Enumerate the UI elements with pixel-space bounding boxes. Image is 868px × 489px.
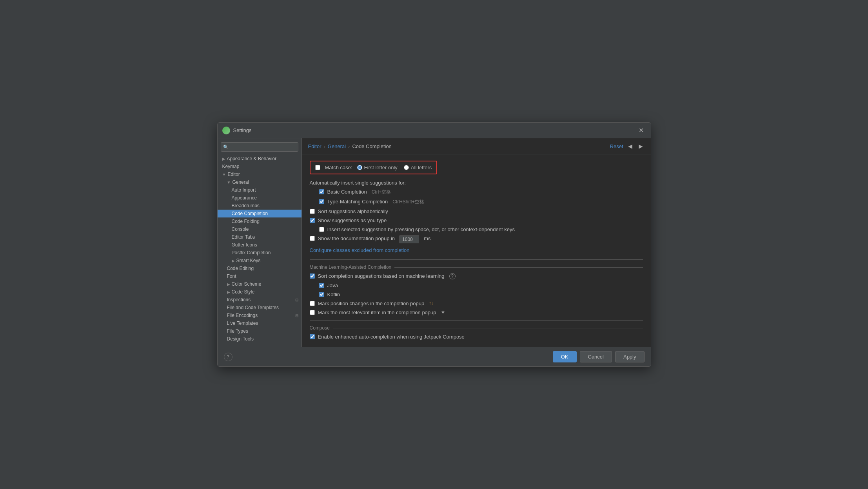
- show-doc-checkbox[interactable]: [310, 236, 315, 241]
- kotlin-row: Kotlin: [319, 292, 643, 297]
- arrow-icon: ▶: [232, 259, 235, 263]
- position-arrow-icon: ↑↓: [429, 301, 433, 305]
- sidebar-item-label: Inspections: [227, 297, 251, 302]
- sidebar-item-code-folding[interactable]: Code Folding: [218, 217, 301, 225]
- mark-position-checkbox[interactable]: [310, 301, 315, 306]
- type-matching-label: Type-Matching Completion: [327, 199, 388, 205]
- auto-insert-label: Automatically insert single suggestions …: [310, 180, 643, 186]
- sidebar-item-label: Postfix Completion: [232, 250, 271, 255]
- sidebar-item-label: File Types: [227, 328, 248, 334]
- separator2: [310, 320, 643, 321]
- sort-alpha-checkbox[interactable]: [310, 209, 315, 214]
- sidebar-item-appearance-behavior[interactable]: ▶ Appearance & Behavior: [218, 155, 301, 163]
- sidebar-item-label: Appearance: [232, 195, 257, 201]
- back-button[interactable]: ◀: [626, 142, 634, 150]
- sidebar-item-label: Design Tools: [227, 336, 254, 342]
- sidebar-item-label: Gutter Icons: [232, 242, 257, 248]
- ml-sort-row: Sort completion suggestions based on mac…: [310, 273, 643, 279]
- sidebar-item-file-types[interactable]: File Types: [218, 327, 301, 335]
- popup-ms-input[interactable]: [399, 235, 419, 243]
- ok-button[interactable]: OK: [553, 351, 577, 362]
- java-checkbox[interactable]: [319, 283, 324, 288]
- mark-relevant-label: Mark the most relevant item in the compl…: [318, 310, 436, 315]
- sidebar-item-label: File and Code Templates: [227, 305, 279, 310]
- sidebar-item-label: General: [232, 179, 249, 185]
- sidebar-item-label: Editor: [227, 172, 240, 177]
- content-area: Match case: First letter only All letter…: [302, 154, 651, 347]
- compose-row: Enable enhanced auto-completion when usi…: [310, 334, 643, 340]
- insert-space-row: Insert selected suggestion by pressing s…: [319, 226, 643, 232]
- mark-relevant-checkbox[interactable]: [310, 310, 315, 315]
- configure-link-row: Configure classes excluded from completi…: [310, 247, 643, 253]
- sort-alpha-row: Sort suggestions alphabetically: [310, 208, 643, 214]
- sidebar-item-label: Code Style: [232, 289, 255, 295]
- sidebar-item-label: Smart Keys: [236, 258, 261, 263]
- mark-relevant-row: Mark the most relevant item in the compl…: [310, 310, 643, 315]
- sidebar-item-code-completion[interactable]: Code Completion: [218, 210, 301, 217]
- ml-section: Machine Learning-Assisted Completion Sor…: [310, 264, 643, 315]
- radio-first-letter[interactable]: First letter only: [357, 165, 398, 170]
- type-matching-shortcut: Ctrl+Shift+空格: [392, 199, 424, 205]
- sidebar-item-code-style[interactable]: ▶ Code Style: [218, 288, 301, 296]
- insert-space-checkbox[interactable]: [319, 227, 324, 232]
- breadcrumb-general[interactable]: General: [328, 143, 346, 149]
- apply-button[interactable]: Apply: [615, 351, 645, 362]
- sidebar-item-file-code-templates[interactable]: File and Code Templates: [218, 304, 301, 312]
- configure-classes-link[interactable]: Configure classes excluded from completi…: [310, 247, 410, 253]
- search-input[interactable]: [221, 142, 298, 152]
- sidebar-item-label: Live Templates: [227, 321, 258, 326]
- sidebar-item-label: Console: [232, 226, 249, 232]
- sidebar-item-live-templates[interactable]: Live Templates: [218, 319, 301, 327]
- sidebar-item-editor-tabs[interactable]: Editor Tabs: [218, 233, 301, 241]
- sidebar-item-label: Font: [227, 273, 236, 279]
- search-icon: 🔍: [223, 145, 229, 150]
- ml-sort-checkbox[interactable]: [310, 273, 315, 279]
- help-button[interactable]: ?: [224, 353, 232, 361]
- sidebar-item-general[interactable]: ▼ General: [218, 178, 301, 186]
- sidebar-item-postfix-completion[interactable]: Postfix Completion: [218, 249, 301, 257]
- sidebar-item-label: Code Folding: [232, 219, 260, 224]
- sidebar-item-label: Appearance & Behavior: [227, 156, 277, 161]
- sidebar-item-design-tools[interactable]: Design Tools: [218, 335, 301, 343]
- sidebar-item-smart-keys[interactable]: ▶ Smart Keys: [218, 257, 301, 264]
- sidebar-item-file-encodings[interactable]: File Encodings ⊟: [218, 312, 301, 319]
- type-matching-checkbox[interactable]: [319, 199, 324, 204]
- sidebar-item-color-scheme[interactable]: ▶ Color Scheme: [218, 280, 301, 288]
- compose-checkbox[interactable]: [310, 334, 315, 339]
- show-suggestions-label: Show suggestions as you type: [318, 217, 387, 223]
- breadcrumb-sep1: ›: [323, 143, 325, 149]
- show-suggestions-checkbox[interactable]: [310, 218, 315, 223]
- main-content: Editor › General › Code Completion Reset…: [302, 138, 651, 347]
- radio-all-letters[interactable]: All letters: [404, 165, 432, 170]
- sidebar-item-console[interactable]: Console: [218, 225, 301, 233]
- basic-completion-label: Basic Completion: [327, 189, 367, 195]
- match-case-checkbox[interactable]: [315, 165, 320, 170]
- forward-button[interactable]: ▶: [637, 142, 645, 150]
- app-icon: [222, 127, 230, 134]
- sidebar-item-inspections[interactable]: Inspections ⊟: [218, 296, 301, 304]
- sidebar-item-label: Keymap: [222, 164, 240, 169]
- cancel-button[interactable]: Cancel: [580, 351, 612, 362]
- basic-completion-row: Basic Completion Ctrl+空格: [319, 189, 643, 196]
- sidebar-item-font[interactable]: Font: [218, 272, 301, 280]
- settings-dialog: Settings ✕ 🔍 ▶ Appearance & Behavior Key…: [217, 122, 651, 367]
- ml-section-title: Machine Learning-Assisted Completion: [310, 264, 392, 270]
- sidebar-item-code-editing[interactable]: Code Editing: [218, 264, 301, 272]
- basic-completion-checkbox[interactable]: [319, 189, 324, 194]
- reset-link[interactable]: Reset: [610, 143, 623, 149]
- info-icon[interactable]: ?: [449, 273, 456, 279]
- kotlin-checkbox[interactable]: [319, 292, 324, 297]
- sidebar-item-breadcrumbs[interactable]: Breadcrumbs: [218, 202, 301, 210]
- sidebar-item-label: Breadcrumbs: [232, 203, 260, 208]
- sidebar-item-gutter-icons[interactable]: Gutter Icons: [218, 241, 301, 249]
- java-row: Java: [319, 283, 643, 288]
- radio-all-letters-label: All letters: [411, 165, 432, 170]
- sidebar-item-appearance[interactable]: Appearance: [218, 194, 301, 202]
- breadcrumb-editor[interactable]: Editor: [308, 143, 321, 149]
- sidebar-item-auto-import[interactable]: Auto Import: [218, 186, 301, 194]
- sidebar-item-editor[interactable]: ▼ Editor: [218, 170, 301, 178]
- type-matching-row: Type-Matching Completion Ctrl+Shift+空格: [319, 199, 643, 205]
- radio-first-letter-label: First letter only: [364, 165, 398, 170]
- sidebar-item-keymap[interactable]: Keymap: [218, 163, 301, 170]
- close-button[interactable]: ✕: [636, 126, 646, 135]
